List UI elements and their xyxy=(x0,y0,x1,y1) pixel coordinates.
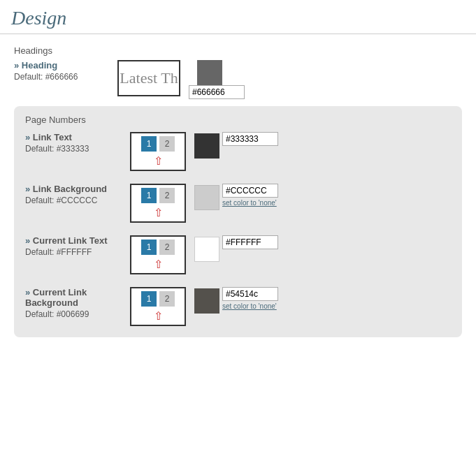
link-background-btn1[interactable]: 1 xyxy=(141,188,157,203)
current-link-text-arrow: ⇧ xyxy=(154,258,163,271)
current-link-background-right-col: set color to 'none' xyxy=(222,287,278,310)
link-text-color-input[interactable] xyxy=(222,132,278,146)
current-link-background-set-none[interactable]: set color to 'none' xyxy=(222,302,278,310)
link-text-swatch xyxy=(194,133,219,159)
heading-preview-text: Latest Th xyxy=(120,69,178,87)
page-title: Design xyxy=(0,0,476,34)
link-background-label: » Link Background xyxy=(25,184,130,194)
link-text-label: » Link Text xyxy=(25,132,130,142)
current-link-background-label: » Current LinkBackground xyxy=(25,287,130,308)
link-text-btn1[interactable]: 1 xyxy=(141,136,157,152)
current-link-text-row: » Current Link Text Default: #FFFFFF 1 2… xyxy=(25,235,451,274)
heading-preview: Latest Th xyxy=(117,60,180,96)
current-link-text-btn2[interactable]: 2 xyxy=(159,240,175,255)
heading-color-swatch xyxy=(197,60,222,85)
heading-default-text: Default: #666666 xyxy=(14,72,112,82)
link-background-right-col: set color to 'none' xyxy=(222,184,278,207)
current-link-background-btn2[interactable]: 2 xyxy=(159,291,175,307)
page-numbers-section-label: Page Numbers xyxy=(25,115,451,125)
current-link-text-right-col xyxy=(222,235,278,249)
link-text-arrow: ⇧ xyxy=(154,154,163,168)
current-link-text-label: » Current Link Text xyxy=(25,235,130,246)
link-background-swatch xyxy=(194,185,219,210)
link-background-color-input[interactable] xyxy=(222,184,278,198)
link-background-preview: 1 2 ⇧ xyxy=(130,184,186,223)
link-background-default: Default: #CCCCCC xyxy=(25,196,130,205)
heading-color-input[interactable] xyxy=(189,85,245,99)
link-background-arrow: ⇧ xyxy=(154,206,163,219)
link-text-preview: 1 2 ⇧ xyxy=(130,132,186,171)
current-link-text-swatch xyxy=(194,237,219,262)
current-link-text-btn1[interactable]: 1 xyxy=(141,240,157,255)
current-link-background-default: Default: #006699 xyxy=(25,309,130,319)
link-background-btn2[interactable]: 2 xyxy=(159,188,175,203)
link-background-set-none[interactable]: set color to 'none' xyxy=(222,199,278,207)
current-link-background-color-input[interactable] xyxy=(222,287,278,301)
headings-section-label: Headings xyxy=(14,45,462,56)
current-link-background-preview: 1 2 ⇧ xyxy=(130,287,186,326)
link-text-right-col xyxy=(222,132,278,146)
current-link-background-arrow: ⇧ xyxy=(154,309,163,323)
current-link-background-swatch xyxy=(194,288,219,314)
current-link-background-row: » Current LinkBackground Default: #00669… xyxy=(25,287,451,326)
heading-row-label: » Heading xyxy=(14,60,112,71)
link-text-row: » Link Text Default: #333333 1 2 ⇧ xyxy=(25,132,451,171)
current-link-text-default: Default: #FFFFFF xyxy=(25,247,130,257)
link-text-btn2[interactable]: 2 xyxy=(159,136,175,152)
link-background-row: » Link Background Default: #CCCCCC 1 2 ⇧… xyxy=(25,184,451,223)
current-link-background-btn1[interactable]: 1 xyxy=(141,291,157,307)
current-link-text-preview: 1 2 ⇧ xyxy=(130,235,186,274)
current-link-text-color-input[interactable] xyxy=(222,235,278,249)
headings-section: Headings » Heading Default: #666666 Late… xyxy=(14,45,462,99)
link-text-default: Default: #333333 xyxy=(25,144,130,154)
page-numbers-section: Page Numbers » Link Text Default: #33333… xyxy=(14,106,462,337)
